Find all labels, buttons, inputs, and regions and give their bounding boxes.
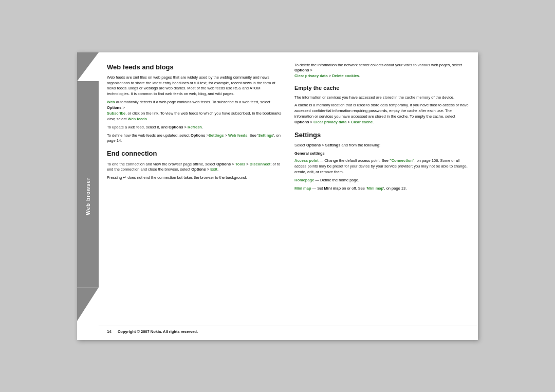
- webfeeds-link: Web feeds: [127, 117, 146, 121]
- web-feeds-para3: To update a web feed, select it, and Opt…: [107, 125, 282, 130]
- sidebar-chapter-label: Web browser: [85, 177, 91, 215]
- main-content: Web feeds and blogs Web feeds are xml fi…: [99, 52, 478, 322]
- options-bold8: Options: [306, 143, 321, 147]
- web-feeds-para1: Web feeds are xml files on web pages tha…: [107, 75, 282, 98]
- options-bold7: Options: [294, 120, 309, 124]
- minimap-label: Mini map: [294, 186, 311, 191]
- empty-cache-section: Empty the cache The information or servi…: [294, 84, 470, 125]
- minimap-text: Mini map — Set Mini map on or off. See '…: [294, 186, 470, 192]
- access-point-label: Access point: [294, 158, 319, 163]
- para2-mid: automatically detects if a web page cont…: [115, 100, 270, 104]
- end-connection-para2: Pressing ↵ does not end the connection b…: [107, 175, 282, 181]
- clear-privacy-link2: Clear privacy data: [313, 120, 347, 124]
- end-connection-title: End connection: [107, 149, 282, 158]
- subscribe-link: Subscribe: [107, 111, 125, 116]
- options-bold1: Options: [107, 105, 121, 110]
- minimap-bold: Mini map: [324, 186, 341, 191]
- minimap-link: Mini map: [367, 186, 384, 191]
- page-number: 14: [107, 329, 112, 334]
- empty-cache-title: Empty the cache: [294, 84, 470, 92]
- options-bold3: Options: [191, 133, 205, 138]
- settings-title: Settings: [294, 130, 470, 140]
- svg-marker-0: [77, 52, 99, 81]
- delete-cookies-link: Delete cookies: [332, 73, 359, 78]
- options-bold5: Options: [191, 167, 206, 172]
- footer: 14 Copyright © 2007 Nokia. All rights re…: [99, 326, 478, 334]
- options-bold2: Options: [169, 125, 183, 129]
- general-settings-label: General settings: [294, 151, 470, 157]
- content-wrapper: Web feeds and blogs Web feeds are xml fi…: [99, 52, 478, 340]
- access-point-text: Access point — Change the default access…: [294, 158, 470, 175]
- web-link: Web: [107, 100, 115, 104]
- options-bold4: Options: [216, 162, 231, 166]
- svg-marker-2: [77, 287, 99, 321]
- empty-cache-para1: The information or services you have acc…: [294, 95, 470, 101]
- options-bold6: Options: [294, 68, 309, 72]
- disconnect-link: Disconnect: [250, 162, 270, 166]
- left-sidebar: Web browser: [77, 52, 99, 340]
- copyright-text: Copyright © 2007 Nokia. All rights reser…: [118, 329, 198, 334]
- clear-cache-link: Clear cache: [351, 120, 373, 124]
- delete-cookies-section: To delete the information the network se…: [294, 63, 470, 80]
- refresh-link: Refresh: [188, 125, 202, 129]
- settings-section: Settings Select Options > Settings and f…: [294, 130, 470, 192]
- tools-link: Tools: [235, 162, 245, 166]
- web-feeds-para4: To define how the web feeds are updated,…: [107, 133, 282, 144]
- web-feeds-title: Web feeds and blogs: [107, 63, 282, 72]
- right-column: To delete the information the network se…: [294, 63, 470, 311]
- web-feeds-para2: Web automatically detects if a web page …: [107, 100, 282, 122]
- webfeeds-link2: Web feeds: [228, 133, 247, 138]
- end-connection-section: End connection To end the connection and…: [107, 149, 282, 181]
- settings-bold: Settings: [325, 143, 341, 147]
- end-connection-para1: To end the connection and view the brows…: [107, 162, 282, 173]
- clear-privacy-link: Clear privacy data: [294, 73, 328, 78]
- settings-link1: Settings: [209, 133, 224, 138]
- settings-link2: Settings: [258, 133, 273, 138]
- left-column: Web feeds and blogs Web feeds are xml fi…: [107, 63, 282, 311]
- connection-link: "Connection": [390, 158, 414, 163]
- page-container: Web browser Web feeds and blogs Web feed…: [77, 52, 478, 340]
- web-feeds-section: Web feeds and blogs Web feeds are xml fi…: [107, 63, 282, 144]
- exit-link: Exit: [210, 167, 217, 172]
- settings-intro: Select Options > Settings and from the f…: [294, 143, 470, 148]
- homepage-text: Homepage — Define the home page.: [294, 178, 470, 183]
- empty-cache-para2: A cache is a memory location that is use…: [294, 103, 470, 125]
- homepage-label: Homepage: [294, 178, 314, 182]
- delete-cookies-intro: To delete the information the network se…: [294, 63, 470, 80]
